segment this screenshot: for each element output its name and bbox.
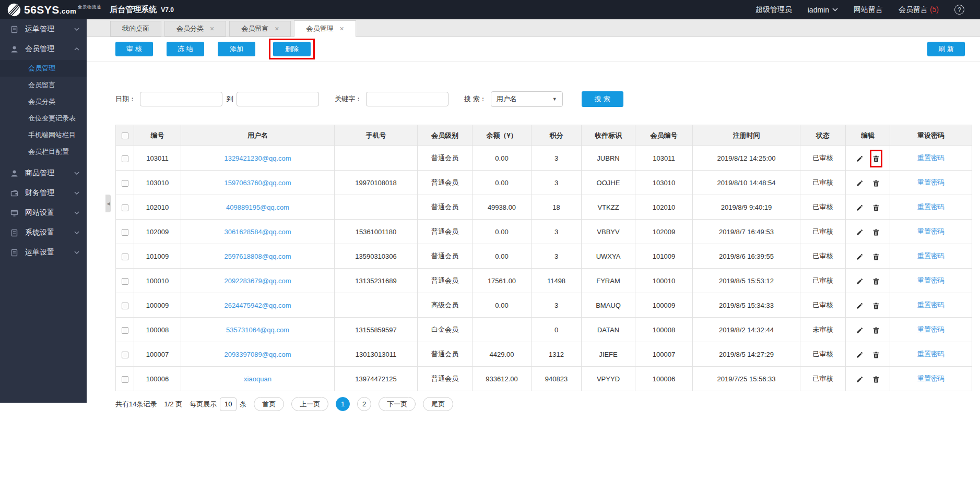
delete-icon[interactable] [873, 327, 879, 334]
sidebar-item-site-settings[interactable]: 网站设置 [0, 203, 87, 223]
site-messages-link[interactable]: 网站留言 [854, 5, 883, 15]
tab-member-mgmt[interactable]: 会员管理× [294, 20, 356, 37]
username-link[interactable]: 2597618808@qq.com [181, 244, 335, 269]
page-number-1[interactable]: 1 [336, 397, 350, 411]
username-link[interactable]: 1329421230@qq.com [181, 146, 335, 171]
delete-icon[interactable] [873, 278, 879, 285]
cell-phone: 13974472125 [335, 367, 418, 391]
edit-icon[interactable] [856, 155, 863, 162]
reset-password-link[interactable]: 重置密码 [890, 171, 972, 195]
sidebar-item-finance-mgmt[interactable]: 财务管理 [0, 183, 87, 203]
col-reg-time: 注册时间 [693, 125, 800, 146]
reset-password-link[interactable]: 重置密码 [890, 195, 972, 220]
search-type-select[interactable]: 用户名 ▼ [491, 91, 563, 107]
edit-icon[interactable] [856, 278, 863, 285]
username-link[interactable]: 2093397089@qq.com [181, 342, 335, 367]
row-checkbox[interactable] [122, 303, 128, 309]
first-page-button[interactable]: 首页 [254, 397, 284, 411]
cell-reg-time: 2019/7/25 15:56:33 [693, 367, 800, 391]
sidebar-item-waybill-mgmt[interactable]: 运单管理 [0, 19, 87, 39]
last-page-button[interactable]: 尾页 [423, 397, 453, 411]
sidebar-item-member-mgmt[interactable]: 会员管理 [0, 39, 87, 59]
row-checkbox[interactable] [122, 352, 128, 358]
username-link[interactable]: 2092283679@qq.com [181, 269, 335, 293]
help-icon[interactable]: ? [954, 5, 964, 15]
row-checkbox[interactable] [122, 229, 128, 236]
refresh-button[interactable]: 刷 新 [927, 42, 965, 56]
delete-icon[interactable] [873, 376, 879, 383]
tab-member-category[interactable]: 会员分类× [164, 21, 226, 37]
edit-icon[interactable] [856, 352, 863, 358]
member-messages-link[interactable]: 会员留言 (5) [899, 5, 939, 15]
edit-icon[interactable] [856, 303, 863, 309]
sidebar-item-waybill-settings[interactable]: 运单设置 [0, 243, 87, 262]
sidebar-item-mobile-site-columns[interactable]: 手机端网站栏目 [0, 127, 87, 143]
sidebar-item-member-category[interactable]: 会员分类 [0, 93, 87, 110]
row-checkbox[interactable] [122, 327, 128, 334]
delete-icon[interactable] [873, 303, 879, 309]
per-page-input[interactable] [220, 397, 237, 411]
delete-icon[interactable] [873, 155, 879, 162]
prev-page-button[interactable]: 上一页 [291, 397, 328, 411]
delete-icon[interactable] [873, 254, 879, 260]
edit-icon[interactable] [856, 229, 863, 236]
delete-icon[interactable] [873, 229, 879, 236]
select-all-checkbox[interactable] [122, 132, 128, 139]
keyword-input[interactable] [366, 92, 448, 106]
username-link[interactable]: xiaoquan [181, 367, 335, 391]
username-link[interactable]: 1597063760@qq.com [181, 171, 335, 195]
edit-icon[interactable] [856, 180, 863, 187]
reset-password-link[interactable]: 重置密码 [890, 342, 972, 367]
reset-password-link[interactable]: 重置密码 [890, 220, 972, 244]
search-button[interactable]: 搜 索 [582, 91, 623, 107]
edit-icon[interactable] [856, 204, 863, 211]
sidebar-item-warehouse-change-log[interactable]: 仓位变更记录表 [0, 110, 87, 127]
edit-icon[interactable] [856, 327, 863, 334]
add-button[interactable]: 添加 [218, 42, 255, 56]
row-checkbox[interactable] [122, 204, 128, 211]
row-checkbox[interactable] [122, 180, 128, 187]
username-link[interactable]: 535731064@qq.com [181, 318, 335, 342]
date-from-input[interactable] [140, 92, 222, 106]
sidebar-item-product-mgmt[interactable]: 商品管理 [0, 163, 87, 183]
reset-password-link[interactable]: 重置密码 [890, 269, 972, 293]
cell-balance: 0.00 [473, 293, 532, 318]
delete-icon[interactable] [873, 204, 879, 211]
user-menu[interactable]: iadmin [808, 6, 838, 14]
close-icon[interactable]: × [210, 25, 214, 32]
delete-icon[interactable] [873, 180, 879, 187]
reset-password-link[interactable]: 重置密码 [890, 367, 972, 391]
audit-button[interactable]: 审 核 [115, 42, 153, 56]
sidebar-collapse-handle[interactable]: ◀ [105, 195, 111, 212]
reset-password-link[interactable]: 重置密码 [890, 318, 972, 342]
username-link[interactable]: 3061628584@qq.com [181, 220, 335, 244]
edit-icon[interactable] [856, 376, 863, 383]
tab-my-desktop[interactable]: 我的桌面 [110, 21, 161, 37]
sidebar-item-member-list[interactable]: 会员管理 [0, 60, 87, 77]
row-checkbox[interactable] [122, 376, 128, 383]
close-icon[interactable]: × [275, 25, 279, 32]
delete-icon[interactable] [873, 352, 879, 358]
row-checkbox[interactable] [122, 254, 128, 260]
close-icon[interactable]: × [339, 25, 344, 32]
sidebar-item-member-messages[interactable]: 会员留言 [0, 77, 87, 93]
document-icon [10, 26, 19, 33]
username-link[interactable]: 409889195@qq.com [181, 195, 335, 220]
row-checkbox[interactable] [122, 155, 128, 162]
page-number-2[interactable]: 2 [357, 397, 371, 411]
sidebar-item-system-settings[interactable]: 系统设置 [0, 223, 87, 243]
row-checkbox[interactable] [122, 278, 128, 285]
cell-id: 100007 [134, 342, 181, 367]
reset-password-link[interactable]: 重置密码 [890, 146, 972, 171]
username-link[interactable]: 2624475942@qq.com [181, 293, 335, 318]
freeze-button[interactable]: 冻 结 [167, 42, 204, 56]
date-to-input[interactable] [237, 92, 319, 106]
sidebar-item-member-column-config[interactable]: 会员栏目配置 [0, 143, 87, 160]
tab-member-messages[interactable]: 会员留言× [229, 21, 291, 37]
next-page-button[interactable]: 下一页 [379, 397, 416, 411]
reset-password-link[interactable]: 重置密码 [890, 244, 972, 269]
reset-password-link[interactable]: 重置密码 [890, 293, 972, 318]
delete-button[interactable]: 删除 [273, 42, 311, 56]
edit-icon[interactable] [856, 254, 863, 260]
cell-points: 3 [532, 293, 582, 318]
